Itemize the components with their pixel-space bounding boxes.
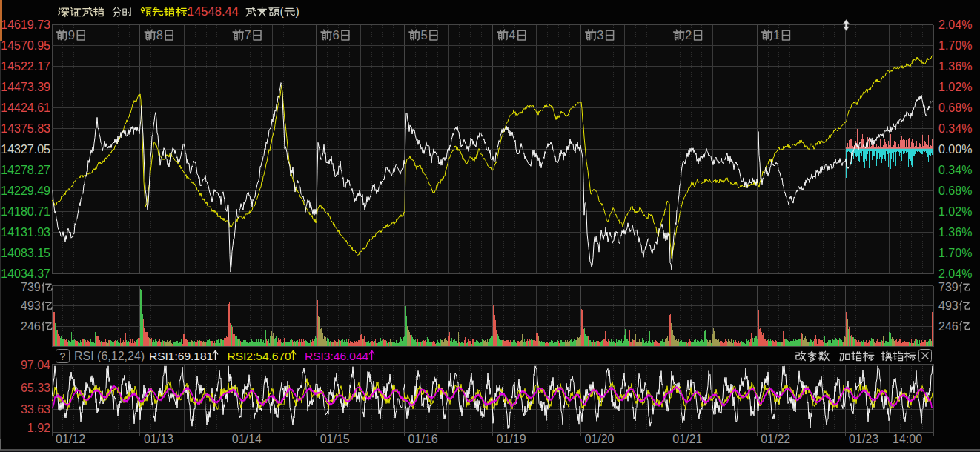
svg-text:?: ? [60, 350, 66, 362]
svg-text:01/15: 01/15 [320, 433, 350, 445]
svg-text:01/12: 01/12 [56, 433, 85, 445]
svg-text:14619.73: 14619.73 [1, 19, 50, 31]
svg-text:1: 1 [773, 28, 780, 41]
svg-text:2.04%: 2.04% [938, 19, 972, 31]
svg-text:14278.27: 14278.27 [1, 164, 50, 176]
svg-text:RSI (6,12,24): RSI (6,12,24) [74, 350, 145, 362]
svg-text:4: 4 [509, 28, 515, 41]
svg-text:65.33: 65.33 [21, 382, 50, 394]
svg-text:14:00: 14:00 [893, 433, 922, 445]
svg-text:739: 739 [938, 281, 959, 293]
svg-text:0.68%: 0.68% [938, 102, 972, 114]
svg-text:3: 3 [597, 28, 603, 41]
svg-text:2: 2 [685, 28, 692, 41]
svg-text:246: 246 [938, 320, 959, 333]
svg-text:1.36%: 1.36% [938, 60, 972, 73]
svg-text:14548.44: 14548.44 [188, 4, 239, 18]
svg-text:246: 246 [21, 320, 41, 333]
svg-text:14131.93: 14131.93 [1, 226, 50, 239]
svg-text:6: 6 [333, 28, 340, 41]
svg-text:14570.95: 14570.95 [1, 39, 50, 52]
svg-text:0.68%: 0.68% [938, 185, 972, 197]
svg-text:14083.15: 14083.15 [1, 247, 50, 259]
svg-text:14180.71: 14180.71 [1, 205, 50, 218]
svg-text:RSI3:46.044: RSI3:46.044 [305, 350, 369, 362]
svg-text:01/19: 01/19 [497, 433, 526, 445]
svg-text:5: 5 [420, 28, 427, 41]
svg-text:01/16: 01/16 [408, 433, 438, 445]
svg-text:1.70%: 1.70% [938, 247, 972, 259]
svg-text:14522.17: 14522.17 [1, 60, 50, 73]
svg-text:01/14: 01/14 [232, 433, 262, 445]
svg-text:739: 739 [21, 281, 41, 293]
svg-text:14375.83: 14375.83 [1, 122, 50, 135]
svg-text:14473.39: 14473.39 [1, 81, 50, 93]
svg-text:): ) [296, 5, 299, 18]
svg-text:2.04%: 2.04% [938, 267, 972, 280]
svg-text:RSI1:69.181: RSI1:69.181 [149, 350, 213, 362]
svg-text:8: 8 [156, 28, 163, 41]
svg-text:01/21: 01/21 [672, 433, 702, 445]
svg-text:1.02%: 1.02% [938, 205, 972, 218]
svg-text:01/13: 01/13 [144, 433, 173, 445]
svg-text:14034.37: 14034.37 [1, 267, 50, 280]
svg-text:33.63: 33.63 [21, 403, 50, 416]
svg-text:97.04: 97.04 [21, 359, 50, 371]
svg-text:493: 493 [938, 299, 959, 312]
svg-text:RSI2:54.670: RSI2:54.670 [228, 350, 292, 362]
svg-text:1.02%: 1.02% [938, 81, 972, 93]
svg-text:1.70%: 1.70% [938, 39, 972, 52]
svg-text:9: 9 [68, 28, 75, 41]
svg-text:493: 493 [21, 299, 41, 312]
svg-text:14229.49: 14229.49 [1, 185, 50, 197]
svg-text:01/22: 01/22 [761, 433, 790, 445]
svg-text:1.36%: 1.36% [938, 226, 972, 239]
svg-text:01/23: 01/23 [849, 433, 878, 445]
svg-text:0.34%: 0.34% [938, 122, 972, 135]
svg-text:1.92: 1.92 [27, 422, 50, 434]
svg-text:(: ( [279, 5, 284, 18]
svg-text:01/20: 01/20 [584, 433, 614, 445]
svg-text:14424.61: 14424.61 [1, 102, 50, 114]
svg-text:14327.05: 14327.05 [1, 143, 50, 156]
svg-text:0.34%: 0.34% [938, 164, 972, 176]
svg-text:7: 7 [245, 28, 251, 41]
svg-text:0.00%: 0.00% [938, 143, 972, 156]
